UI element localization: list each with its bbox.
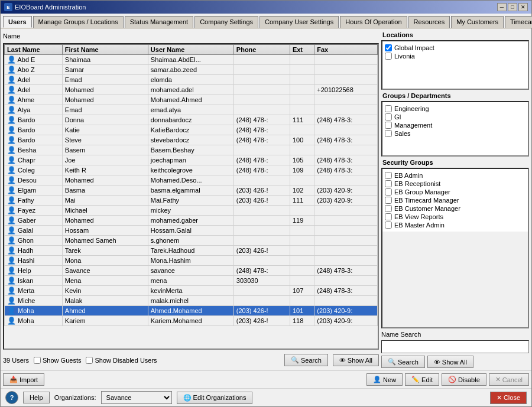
- col-ext[interactable]: Ext: [290, 45, 314, 55]
- security-eb-timecard-manager-checkbox[interactable]: [385, 197, 392, 204]
- cell-ext: [290, 75, 314, 85]
- user-avatar-icon: 👤: [7, 76, 16, 84]
- search-button[interactable]: 🔍 Search: [284, 354, 328, 366]
- table-row[interactable]: 👤 GhonMohamed Samehs.ghonem: [5, 236, 378, 246]
- security-eb-receptionist[interactable]: EB Receptionist: [385, 180, 525, 188]
- cell-fax: [314, 125, 378, 135]
- table-row[interactable]: 👤 BardoStevestevebardocz(248) 478-:100(2…: [5, 135, 378, 145]
- table-row[interactable]: 👤 AhmeMohamedMohamed.Ahmed: [5, 95, 378, 105]
- table-row[interactable]: 👤 ChaprJoejoechapman(248) 478-:105(248) …: [5, 155, 378, 165]
- col-firstname[interactable]: First Name: [62, 45, 148, 55]
- minimize-button[interactable]: ─: [497, 3, 507, 11]
- help-text-button[interactable]: Help: [23, 392, 50, 403]
- maximize-button[interactable]: □: [508, 3, 517, 11]
- security-eb-customer-manager[interactable]: EB Customer Manager: [385, 204, 525, 213]
- table-row[interactable]: 👤 HashiMonaMona.Hashim: [5, 256, 378, 266]
- location-livonia[interactable]: Livonia: [385, 52, 525, 60]
- table-row[interactable]: 👤 BeshaBasemBasem.Beshay: [5, 145, 378, 155]
- security-eb-timecard-manager[interactable]: EB Timecard Manager: [385, 196, 525, 204]
- table-row[interactable]: 👤 GalalHossamHossam.Galal: [5, 226, 378, 236]
- table-scroll-area[interactable]: Last Name First Name User Name Phone Ext…: [4, 44, 378, 349]
- group-management[interactable]: Management: [385, 121, 525, 129]
- disable-button[interactable]: 🚫 Disable: [442, 373, 486, 386]
- security-eb-group-manager-checkbox[interactable]: [385, 188, 392, 196]
- group-gi[interactable]: GI: [385, 113, 525, 121]
- disable-icon: 🚫: [448, 376, 456, 383]
- show-disabled-checkbox[interactable]: [86, 357, 93, 364]
- table-row[interactable]: 👤 FathyMaiMai.Fathy(203) 426-!111(203) 4…: [5, 196, 378, 206]
- org-select[interactable]: Savance: [101, 391, 172, 404]
- show-disabled-checkbox-label[interactable]: Show Disabled Users: [86, 357, 157, 364]
- tab-manage-groups[interactable]: Manage Groups / Locations: [33, 16, 124, 28]
- table-row[interactable]: 👤 MohaAhmedAhmed.Mohamed(203) 426-!101(2…: [5, 306, 378, 316]
- close-button[interactable]: ✕ Close: [490, 392, 527, 404]
- security-list[interactable]: EB Admin EB Receptionist EB Group Manage…: [382, 169, 528, 232]
- security-eb-admin[interactable]: EB Admin: [385, 171, 525, 180]
- location-livonia-checkbox[interactable]: [385, 53, 392, 60]
- table-row[interactable]: 👤 AtyaEmademad.atya: [5, 105, 378, 115]
- import-button[interactable]: 📥 Import: [3, 373, 44, 386]
- table-row[interactable]: 👤 Abo ZSamarsamar.abo.zeed: [5, 65, 378, 75]
- security-eb-view-reports[interactable]: EB View Reports: [385, 213, 525, 221]
- col-phone[interactable]: Phone: [233, 45, 290, 55]
- table-row[interactable]: 👤 BardoDonnadonnabardocz(248) 478-:111(2…: [5, 115, 378, 125]
- table-row[interactable]: 👤 MertaKevinkevinMerta107(248) 478-3:: [5, 286, 378, 296]
- table-row[interactable]: 👤 DesouMohamedMohamed.Deso...: [5, 175, 378, 185]
- cell-phone: [233, 175, 290, 185]
- name-search-input[interactable]: [381, 340, 529, 353]
- cell-lastname: 👤 Abo Z: [5, 65, 63, 75]
- table-row[interactable]: 👤 MohaKariemKariem.Mohamed(203) 426-!118…: [5, 316, 378, 326]
- show-guests-checkbox-label[interactable]: Show Guests: [34, 357, 81, 364]
- security-eb-admin-checkbox[interactable]: [385, 172, 392, 179]
- group-engineering-checkbox[interactable]: [385, 105, 392, 112]
- tab-company-settings[interactable]: Company Settings: [194, 16, 258, 28]
- col-lastname[interactable]: Last Name: [5, 45, 63, 55]
- table-row[interactable]: 👤 GaberMohamedmohamed.gaber119: [5, 216, 378, 226]
- table-row[interactable]: 👤 HadhTarekTarek.Hadhoud(203) 426-!: [5, 246, 378, 256]
- security-eb-receptionist-checkbox[interactable]: [385, 180, 392, 187]
- table-row[interactable]: 👤 FayezMichaelmickey: [5, 206, 378, 216]
- cell-ext: [290, 246, 314, 256]
- tab-timecard[interactable]: Timecard: [505, 16, 532, 28]
- group-management-checkbox[interactable]: [385, 122, 392, 129]
- show-guests-checkbox[interactable]: [34, 357, 41, 364]
- security-eb-master-admin-checkbox[interactable]: [385, 222, 392, 229]
- edit-button[interactable]: ✏️ Edit: [405, 373, 439, 386]
- table-row[interactable]: 👤 BardoKatieKatieBardocz(248) 478-:: [5, 125, 378, 135]
- tab-hours-of-operation[interactable]: Hours Of Operation: [340, 16, 407, 28]
- show-all-button-right[interactable]: 👁 Show All: [427, 356, 473, 368]
- col-username[interactable]: User Name: [148, 45, 233, 55]
- group-gi-checkbox[interactable]: [385, 113, 392, 121]
- tab-my-customers[interactable]: My Customers: [451, 16, 504, 28]
- location-global-impact[interactable]: Global Impact: [385, 44, 525, 52]
- new-button[interactable]: 👤 New: [366, 373, 403, 386]
- security-eb-group-manager[interactable]: EB Group Manager: [385, 188, 525, 196]
- tab-users[interactable]: Users: [3, 16, 32, 28]
- name-search-button[interactable]: 🔍 Search: [381, 356, 425, 368]
- location-global-impact-checkbox[interactable]: [385, 44, 392, 51]
- security-eb-view-reports-checkbox[interactable]: [385, 213, 392, 220]
- group-sales-checkbox[interactable]: [385, 130, 392, 137]
- table-row[interactable]: 👤 AdelEmadelomda: [5, 75, 378, 85]
- edit-org-button[interactable]: 🌐 Edit Organizations: [177, 392, 253, 404]
- table-row[interactable]: 👤 Abd EShaimaaShaimaa.AbdEl...: [5, 55, 378, 65]
- table-row[interactable]: 👤 AdelMohamedmohamed.adel+201022568: [5, 85, 378, 95]
- table-row[interactable]: 👤 ColegKeith Rkeithcolegrove(248) 478-:1…: [5, 165, 378, 175]
- security-eb-master-admin[interactable]: EB Master Admin: [385, 221, 525, 229]
- table-row[interactable]: 👤 MicheMalakmalak.michel: [5, 296, 378, 306]
- table-row[interactable]: 👤 ElgamBasmabasma.elgammal(203) 426-!102…: [5, 185, 378, 196]
- tab-company-user-settings[interactable]: Company User Settings: [259, 16, 339, 28]
- cell-fax: (203) 420-9:: [314, 306, 378, 316]
- group-engineering[interactable]: Engineering: [385, 105, 525, 113]
- col-fax[interactable]: Fax: [314, 45, 378, 55]
- tab-status-management[interactable]: Status Management: [125, 16, 193, 28]
- show-all-button[interactable]: 👁 Show All: [333, 354, 379, 366]
- cancel-button[interactable]: ✕ Cancel: [489, 373, 529, 386]
- table-row[interactable]: 👤 HelpSavancesavance(248) 478-:(248) 478…: [5, 266, 378, 276]
- group-sales[interactable]: Sales: [385, 129, 525, 138]
- table-row[interactable]: 👤 IskanMenamena303030: [5, 276, 378, 286]
- close-window-button[interactable]: ✕: [518, 3, 528, 11]
- tab-resources[interactable]: Resources: [408, 16, 450, 28]
- security-eb-customer-manager-checkbox[interactable]: [385, 205, 392, 212]
- help-button[interactable]: ?: [5, 391, 18, 404]
